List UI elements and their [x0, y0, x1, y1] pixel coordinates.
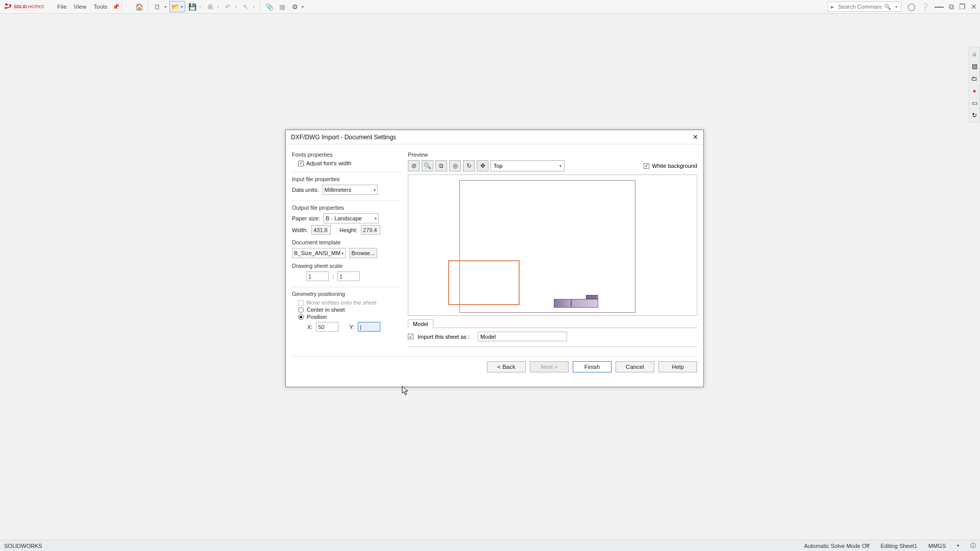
white-background-checkbox[interactable]: White background [644, 163, 697, 169]
checkbox-icon [298, 161, 304, 166]
menu-file[interactable]: File [57, 4, 67, 10]
rail-appearance-icon[interactable]: ● [970, 86, 979, 95]
scale-label: Drawing sheet scale [292, 263, 401, 269]
center-label: Center in sheet [307, 307, 345, 313]
move-entities-label: Move entities onto the sheet [306, 299, 377, 306]
preview-header: Preview [408, 152, 697, 158]
view-orientation-select[interactable]: Top▾ [491, 160, 565, 171]
title-block [554, 299, 598, 308]
status-editing[interactable]: Editing Sheet1 [880, 543, 917, 549]
entity-boundary [448, 260, 520, 305]
fonts-header: Fonts properties [292, 152, 401, 158]
browse-button[interactable]: Browse... [349, 248, 377, 258]
help-icon[interactable]: ❔ [921, 3, 929, 11]
close-window-icon[interactable]: ✕ [971, 3, 977, 11]
y-label: Y: [349, 324, 354, 330]
right-tool-rail: ⌂ ▤ 🗀 ● ▭ ↻ [969, 47, 980, 122]
radio-icon [298, 314, 304, 320]
adjust-font-label: Adjust font's width [306, 160, 351, 166]
white-bg-label: White background [652, 163, 697, 169]
save-icon[interactable]: 💾 [186, 1, 198, 12]
template-select[interactable]: B_Size_ANSI_MM▾ [292, 248, 346, 258]
position-label: Position [307, 314, 327, 320]
import-dialog: DXF/DWG Import - Document Settings ✕ Fon… [285, 130, 704, 387]
search-scope-icon[interactable]: ▸ [828, 4, 837, 10]
open-document-icon[interactable]: 📂 [170, 1, 181, 12]
geometry-header: Geometry positioning [292, 291, 401, 297]
dialog-titlebar: DXF/DWG Import - Document Settings ✕ [286, 130, 703, 144]
restore-multi-icon[interactable]: ⧉ [949, 3, 954, 11]
select-icon[interactable]: ↖ [240, 1, 252, 12]
status-info-icon[interactable]: ⓘ [970, 542, 976, 549]
x-label: X: [307, 324, 312, 330]
preview-canvas[interactable] [408, 174, 697, 316]
y-input[interactable] [358, 322, 380, 332]
home-icon[interactable]: 🏠 [133, 1, 145, 12]
minimize-icon[interactable]: — [935, 2, 944, 12]
back-button[interactable]: < Back [487, 361, 526, 372]
menu-tools[interactable]: Tools [93, 4, 107, 10]
no-zoom-icon[interactable]: ⊘ [408, 160, 420, 171]
search-input[interactable] [837, 3, 883, 10]
scale-sep: : [332, 273, 334, 280]
model-tab[interactable]: Model [408, 319, 433, 328]
undo-icon[interactable]: ↶ [222, 1, 234, 12]
center-radio[interactable]: Center in sheet [298, 307, 401, 313]
move-entities-checkbox: Move entities onto the sheet [298, 299, 401, 306]
x-input[interactable] [316, 322, 338, 332]
restore-icon[interactable]: ❐ [959, 3, 966, 11]
close-icon[interactable]: ✕ [693, 133, 698, 141]
svg-text:WORKS: WORKS [28, 4, 44, 9]
zoom-fit-icon[interactable]: ◎ [449, 160, 461, 171]
rail-layers-icon[interactable]: ▤ [970, 62, 979, 71]
paper-size-label: Paper size: [292, 215, 320, 221]
cancel-button[interactable]: Cancel [616, 361, 654, 372]
next-button: Next > [530, 361, 569, 372]
solidworks-logo: SOLID WORKS [4, 1, 50, 12]
menu-view[interactable]: View [74, 4, 87, 10]
layout-icon[interactable]: ▦ [276, 1, 288, 12]
cursor-icon [402, 386, 409, 396]
work-area: ⌂ ▤ 🗀 ● ▭ ↻ DXF/DWG Import - Document Se… [0, 14, 980, 540]
radio-icon [298, 307, 304, 313]
print-icon[interactable]: 🖶 [204, 1, 216, 12]
rail-folder-icon[interactable]: 🗀 [970, 74, 979, 83]
import-sheet-checkbox[interactable] [408, 334, 413, 339]
scale-denominator-input[interactable] [337, 271, 360, 281]
checkbox-icon [644, 163, 649, 169]
status-solve-mode[interactable]: Automatic Solve Mode Off [804, 543, 870, 549]
new-document-icon[interactable]: 🗋 [152, 1, 163, 12]
refresh-preview-icon[interactable]: ↻ [463, 160, 475, 171]
adjust-font-checkbox[interactable]: Adjust font's width [292, 160, 401, 166]
settings-icon[interactable]: ⚙ [289, 1, 301, 12]
attach-icon[interactable]: 📎 [263, 1, 275, 12]
rail-home-icon[interactable]: ⌂ [970, 49, 979, 59]
pin-icon[interactable]: 📌 [112, 4, 119, 10]
scale-numerator-input[interactable] [306, 271, 329, 281]
position-radio[interactable]: Position [298, 314, 401, 320]
zoom-area-icon[interactable]: ⧉ [435, 160, 447, 171]
data-units-select[interactable]: Millimeters▾ [323, 185, 378, 195]
paper-size-select[interactable]: B - Landscape▾ [324, 213, 379, 223]
search-commands[interactable]: ▸ 🔍 ▾ [827, 2, 901, 12]
search-icon[interactable]: 🔍 [883, 4, 892, 10]
status-bar: SOLIDWORKS Automatic Solve Mode Off Edit… [0, 540, 980, 551]
zoom-in-icon[interactable]: 🔍 [422, 160, 433, 171]
main-toolbar: SOLID WORKS File View Tools 📌 🏠 🗋▾ 📂▾ 💾▾… [0, 0, 980, 14]
user-icon[interactable]: ◯ [908, 3, 916, 11]
rail-display-icon[interactable]: ▭ [970, 98, 979, 108]
import-as-input[interactable] [478, 332, 567, 341]
height-input[interactable] [361, 225, 380, 235]
status-app: SOLIDWORKS [4, 543, 42, 549]
rail-refresh-icon[interactable]: ↻ [970, 111, 979, 120]
status-drop-icon[interactable]: ▾ [957, 543, 959, 548]
input-props-header: Input file properties [292, 176, 401, 182]
width-input[interactable] [311, 225, 331, 235]
help-button[interactable]: Help [658, 361, 697, 372]
svg-text:SOLID: SOLID [14, 4, 27, 9]
status-units[interactable]: MMGS [928, 543, 946, 549]
dialog-title: DXF/DWG Import - Document Settings [291, 134, 396, 141]
finish-button[interactable]: Finish [573, 361, 611, 372]
pan-icon[interactable]: ✥ [477, 160, 488, 171]
search-drop-icon[interactable]: ▾ [892, 5, 901, 9]
